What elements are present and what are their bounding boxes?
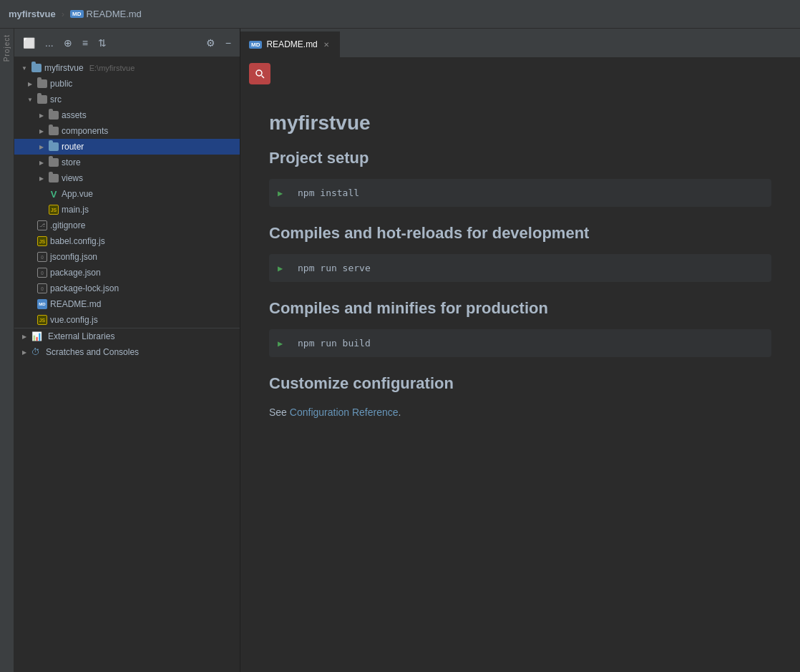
title-file: MD README.md xyxy=(70,9,142,19)
src-folder-icon xyxy=(37,95,47,104)
tree-item-package-lock[interactable]: {} package-lock.json xyxy=(14,281,240,296)
panel-toolbar: ⬜ ... ⊕ ≡ ⇅ ⚙ − xyxy=(14,29,240,57)
config-ref-dot: . xyxy=(399,406,401,418)
toolbar-add-btn[interactable]: ⊕ xyxy=(61,36,75,50)
tab-bar: MD README.md ✕ xyxy=(240,29,800,57)
public-label: public xyxy=(50,79,72,89)
title-filename: README.md xyxy=(87,9,142,19)
tree-item-vueconfig[interactable]: JS vue.config.js xyxy=(14,312,240,328)
assets-label: assets xyxy=(62,110,87,120)
toolbar-layout-btn[interactable]: ⬜ xyxy=(20,36,38,50)
code-block-1: ▶ npm install xyxy=(269,179,771,207)
tree-item-public[interactable]: public xyxy=(14,76,240,92)
root-path: E:\myfirstvue xyxy=(89,64,135,72)
toolbar-settings-btn[interactable]: ⚙ xyxy=(203,36,218,50)
code-arrow-3: ▶ xyxy=(278,339,283,349)
readme-label: README.md xyxy=(50,299,101,309)
tree-item-router[interactable]: router xyxy=(14,139,240,155)
content-area: MD README.md ✕ myfirstvue Project setup … xyxy=(240,29,800,672)
src-arrow xyxy=(26,95,34,104)
tab-readme-label: README.md xyxy=(266,39,317,49)
readme-section-2-heading: Compiles and hot-reloads for development xyxy=(269,224,771,243)
package-label: package.json xyxy=(50,268,101,278)
package-icon: {} xyxy=(37,268,47,278)
babel-icon: JS xyxy=(37,236,47,246)
store-arrow xyxy=(37,158,46,167)
svg-point-0 xyxy=(256,70,262,76)
components-label: components xyxy=(62,126,108,136)
tree-item-external-libraries[interactable]: 📊 External Libraries xyxy=(14,328,240,344)
tree-item-src[interactable]: src xyxy=(14,92,240,107)
code-2-text: npm run serve xyxy=(298,263,371,273)
app-vue-label: App.vue xyxy=(62,189,93,199)
package-lock-label: package-lock.json xyxy=(50,283,119,293)
code-arrow-2: ▶ xyxy=(278,263,283,273)
readme-section-4-heading: Customize configuration xyxy=(269,374,771,393)
readme-content: myfirstvue Project setup ▶ npm install C… xyxy=(240,90,800,672)
ext-lib-label: External Libraries xyxy=(48,331,114,341)
tree-item-app-vue[interactable]: V App.vue xyxy=(14,186,240,202)
tree-item-gitignore[interactable]: ⎇ .gitignore xyxy=(14,218,240,233)
tree-item-components[interactable]: components xyxy=(14,123,240,139)
search-icon-box[interactable] xyxy=(249,63,270,84)
tree-item-jsconfig[interactable]: {} jsconfig.json xyxy=(14,249,240,265)
title-separator: › xyxy=(62,9,64,19)
assets-arrow xyxy=(37,111,46,120)
code-block-3: ▶ npm run build xyxy=(269,329,771,357)
main-layout: Project ⬜ ... ⊕ ≡ ⇅ ⚙ − myfirstvue E:\my… xyxy=(0,29,800,672)
store-label: store xyxy=(62,157,81,167)
tree-item-root[interactable]: myfirstvue E:\myfirstvue xyxy=(14,60,240,76)
tree-item-package[interactable]: {} package.json xyxy=(14,265,240,281)
svg-line-1 xyxy=(262,76,265,79)
gitignore-label: .gitignore xyxy=(50,220,85,230)
tree-item-views[interactable]: views xyxy=(14,170,240,186)
config-ref-link-text: Configuration Reference xyxy=(290,406,399,418)
store-folder-icon xyxy=(49,158,59,167)
tab-readme[interactable]: MD README.md ✕ xyxy=(240,31,340,57)
root-label: myfirstvue xyxy=(44,63,84,73)
toolbar-close-btn[interactable]: − xyxy=(223,36,234,50)
code-1-text: npm install xyxy=(298,188,359,198)
jsconfig-label: jsconfig.json xyxy=(50,252,97,262)
gitignore-icon: ⎇ xyxy=(37,220,47,230)
jsconfig-icon: {} xyxy=(37,252,47,262)
sidebar-strip-label[interactable]: Project xyxy=(3,34,11,62)
code-block-2: ▶ npm run serve xyxy=(269,254,771,282)
babel-label: babel.config.js xyxy=(50,236,105,246)
tree-item-assets[interactable]: assets xyxy=(14,107,240,123)
tree-item-main-js[interactable]: JS main.js xyxy=(14,202,240,218)
tab-md-icon: MD xyxy=(249,41,262,49)
config-ref-link[interactable]: Configuration Reference xyxy=(290,406,399,418)
tree-item-scratches[interactable]: ⏱ Scratches and Consoles xyxy=(14,344,240,360)
views-folder-icon xyxy=(49,174,59,182)
tree-item-babel[interactable]: JS babel.config.js xyxy=(14,233,240,249)
toolbar-collapse-btn[interactable]: ≡ xyxy=(79,36,91,50)
file-tree: myfirstvue E:\myfirstvue public src asse… xyxy=(14,57,240,672)
app-vue-icon: V xyxy=(49,189,59,199)
content-search-area xyxy=(240,57,800,90)
views-arrow xyxy=(37,174,46,182)
ext-lib-arrow xyxy=(20,332,29,341)
tree-item-store[interactable]: store xyxy=(14,155,240,170)
title-md-icon: MD xyxy=(70,10,83,18)
components-arrow xyxy=(37,127,46,135)
sidebar-strip[interactable]: Project xyxy=(0,29,14,672)
package-lock-icon: {} xyxy=(37,283,47,293)
router-folder-icon xyxy=(49,142,59,151)
src-label: src xyxy=(50,94,62,104)
readme-icon: MD xyxy=(37,299,47,309)
tab-close-btn[interactable]: ✕ xyxy=(322,39,331,50)
root-folder-icon xyxy=(31,64,42,72)
config-ref-text: See xyxy=(269,406,290,418)
assets-folder-icon xyxy=(49,111,59,120)
toolbar-more-btn[interactable]: ... xyxy=(42,36,57,50)
main-js-icon: JS xyxy=(49,205,59,215)
toolbar-sort-btn[interactable]: ⇅ xyxy=(95,36,109,50)
code-arrow-1: ▶ xyxy=(278,188,283,198)
components-folder-icon xyxy=(49,127,59,135)
tree-item-readme[interactable]: MD README.md xyxy=(14,296,240,312)
main-js-label: main.js xyxy=(62,205,89,215)
project-panel: ⬜ ... ⊕ ≡ ⇅ ⚙ − myfirstvue E:\myfirstvue… xyxy=(14,29,240,672)
public-folder-icon xyxy=(37,79,47,88)
root-arrow xyxy=(20,64,29,72)
